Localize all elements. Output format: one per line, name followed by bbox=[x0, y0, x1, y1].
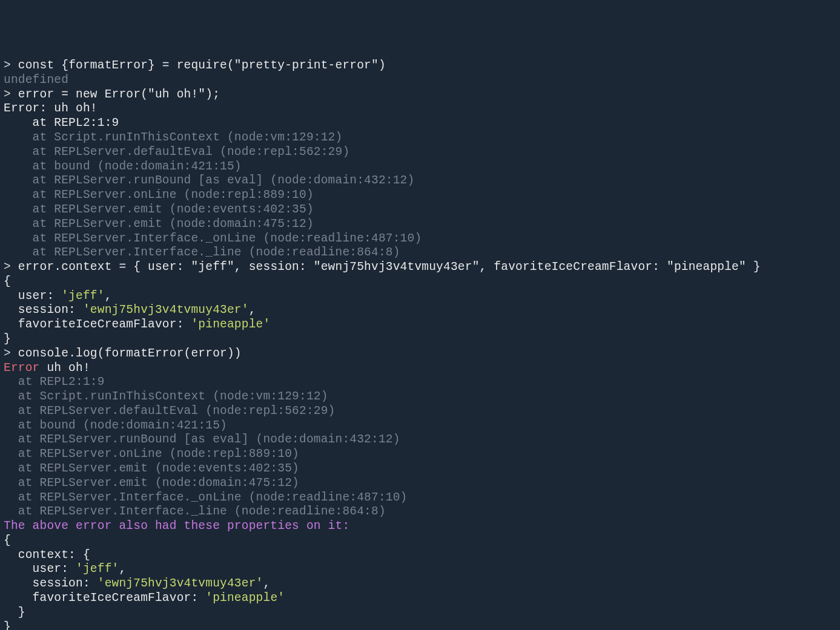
comma: , bbox=[263, 577, 270, 590]
object-key: session: bbox=[4, 303, 83, 317]
string-value: 'pineapple' bbox=[205, 591, 285, 605]
stack-frame: at REPLServer.Interface._line (node:read… bbox=[4, 505, 386, 518]
repl-prompt: > bbox=[4, 59, 18, 72]
stack-frame: at Script.runInThisContext (node:vm:129:… bbox=[4, 131, 342, 144]
stack-frame: at REPLServer.runBound [as eval] (node:d… bbox=[4, 174, 414, 187]
stack-frame: at REPLServer.onLine (node:repl:889:10) bbox=[4, 188, 314, 202]
error-message: uh oh! bbox=[40, 361, 90, 375]
stack-frame: at REPLServer.emit (node:events:402:35) bbox=[4, 203, 314, 216]
stack-frame: at REPL2:1:9 bbox=[4, 375, 105, 389]
stack-frame: at REPLServer.onLine (node:repl:889:10) bbox=[4, 447, 299, 461]
error-label: Error bbox=[4, 361, 40, 375]
undefined-output: undefined bbox=[4, 73, 68, 87]
string-value: 'ewnj75hvj3v4tvmuy43er' bbox=[83, 303, 249, 317]
object-brace: { bbox=[4, 534, 11, 547]
object-key: session: bbox=[4, 577, 98, 590]
stack-frame: at REPLServer.Interface._onLine (node:re… bbox=[4, 491, 408, 504]
stack-frame: at Script.runInThisContext (node:vm:129:… bbox=[4, 390, 328, 403]
string-value: 'jeff' bbox=[76, 562, 119, 576]
properties-header: The above error also had these propertie… bbox=[4, 519, 349, 533]
object-brace: } bbox=[4, 606, 25, 619]
object-brace: { bbox=[4, 275, 11, 288]
error-header: Error: uh oh! bbox=[4, 102, 98, 115]
stack-frame: at REPLServer.Interface._line (node:read… bbox=[4, 246, 400, 259]
object-brace: } bbox=[4, 620, 11, 630]
repl-prompt: > bbox=[4, 260, 18, 274]
terminal-output: > const {formatError} = require("pretty-… bbox=[4, 59, 836, 630]
stack-frame: at REPLServer.emit (node:domain:475:12) bbox=[4, 476, 299, 490]
comma: , bbox=[119, 562, 126, 576]
stack-frame: at REPLServer.defaultEval (node:repl:562… bbox=[4, 145, 349, 159]
repl-prompt: > bbox=[4, 88, 18, 101]
stack-frame: at REPLServer.emit (node:domain:475:12) bbox=[4, 217, 314, 231]
stack-frame: at bound (node:domain:421:15) bbox=[4, 419, 227, 432]
object-key: context: { bbox=[4, 548, 90, 562]
repl-prompt: > bbox=[4, 347, 18, 360]
object-brace: } bbox=[4, 332, 11, 346]
comma: , bbox=[105, 289, 112, 303]
object-key: user: bbox=[4, 289, 61, 303]
input-line: error.context = { user: "jeff", session:… bbox=[18, 260, 761, 274]
stack-frame: at REPLServer.runBound [as eval] (node:d… bbox=[4, 433, 400, 446]
object-key: favoriteIceCreamFlavor: bbox=[4, 318, 191, 331]
comma: , bbox=[249, 303, 256, 317]
stack-frame: at bound (node:domain:421:15) bbox=[4, 160, 242, 173]
string-value: 'ewnj75hvj3v4tvmuy43er' bbox=[98, 577, 263, 590]
object-key: favoriteIceCreamFlavor: bbox=[4, 591, 205, 605]
stack-frame: at REPLServer.emit (node:events:402:35) bbox=[4, 462, 299, 475]
input-line: error = new Error("uh oh!"); bbox=[18, 88, 220, 101]
object-key: user: bbox=[4, 562, 76, 576]
input-line: console.log(formatError(error)) bbox=[18, 347, 242, 360]
string-value: 'jeff' bbox=[61, 289, 104, 303]
stack-frame: at REPLServer.defaultEval (node:repl:562… bbox=[4, 404, 336, 418]
input-line: const {formatError} = require("pretty-pr… bbox=[18, 59, 386, 72]
stack-frame: at REPL2:1:9 bbox=[4, 116, 119, 130]
string-value: 'pineapple' bbox=[191, 318, 270, 331]
stack-frame: at REPLServer.Interface._onLine (node:re… bbox=[4, 232, 422, 245]
